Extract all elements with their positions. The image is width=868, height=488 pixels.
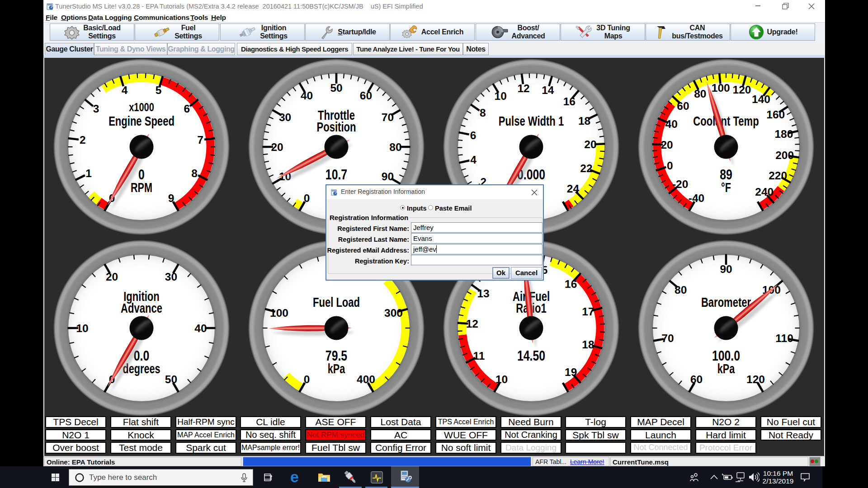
svg-text:24: 24 <box>567 183 580 195</box>
svg-text:400: 400 <box>357 373 375 385</box>
svg-text:240: 240 <box>755 186 774 198</box>
svg-text:40: 40 <box>301 89 313 102</box>
svg-text:Advance: Advance <box>121 301 162 315</box>
svg-text:Coolant Temp: Coolant Temp <box>693 114 759 128</box>
svg-text:50: 50 <box>165 373 177 385</box>
svg-text:4: 4 <box>122 84 128 96</box>
svg-text:x1000: x1000 <box>129 101 154 114</box>
svg-text:14.50: 14.50 <box>517 348 545 364</box>
svg-text:4: 4 <box>470 154 476 166</box>
svg-text:80: 80 <box>675 284 687 296</box>
svg-text:0: 0 <box>304 192 310 204</box>
svg-text:19: 19 <box>565 366 577 378</box>
svg-text:Fuel Load: Fuel Load <box>313 295 360 310</box>
svg-text:80: 80 <box>694 88 706 100</box>
svg-text:220: 220 <box>769 169 787 182</box>
svg-text:70: 70 <box>382 111 394 123</box>
svg-text:Pulse Width 1: Pulse Width 1 <box>499 114 564 128</box>
svg-text:kPa: kPa <box>717 361 735 376</box>
svg-text:7: 7 <box>197 134 203 146</box>
svg-text:16: 16 <box>565 278 577 290</box>
svg-text:Engine Speed: Engine Speed <box>108 114 175 128</box>
svg-text:18: 18 <box>582 338 594 351</box>
svg-text:-40: -40 <box>689 192 704 204</box>
svg-text:40: 40 <box>665 118 678 130</box>
svg-text:60: 60 <box>677 100 689 112</box>
svg-text:RPM: RPM <box>131 180 152 195</box>
svg-text:50: 50 <box>330 82 342 94</box>
svg-text:60: 60 <box>360 89 372 102</box>
svg-text:6: 6 <box>184 103 190 115</box>
svg-text:80: 80 <box>389 141 401 153</box>
svg-text:100: 100 <box>712 82 730 94</box>
svg-text:10.7: 10.7 <box>326 167 347 183</box>
svg-text:20: 20 <box>106 271 118 283</box>
svg-text:Position: Position <box>317 120 356 134</box>
svg-text:11: 11 <box>473 350 485 362</box>
svg-text:160: 160 <box>766 108 785 121</box>
svg-text:300: 300 <box>384 307 403 319</box>
svg-text:12: 12 <box>517 82 529 94</box>
svg-text:18: 18 <box>578 115 590 127</box>
svg-text:16: 16 <box>563 95 576 108</box>
svg-text:8: 8 <box>480 107 486 119</box>
svg-text:5: 5 <box>156 84 162 96</box>
svg-text:°F: °F <box>721 180 731 195</box>
svg-text:8: 8 <box>191 167 198 179</box>
svg-text:90: 90 <box>382 170 394 183</box>
svg-text:140: 140 <box>752 93 770 105</box>
svg-text:20: 20 <box>271 141 283 153</box>
svg-text:60: 60 <box>690 373 703 385</box>
svg-text:70: 70 <box>661 332 674 344</box>
svg-text:12: 12 <box>466 318 478 330</box>
svg-text:17: 17 <box>582 305 594 318</box>
svg-text:6: 6 <box>470 129 476 141</box>
svg-text:Barometer: Barometer <box>701 295 751 310</box>
svg-text:-20: -20 <box>672 178 688 190</box>
svg-text:3: 3 <box>93 103 99 115</box>
svg-text:9: 9 <box>168 192 175 204</box>
svg-text:1: 1 <box>85 167 92 179</box>
svg-text:10: 10 <box>495 373 508 385</box>
svg-text:120: 120 <box>746 373 765 385</box>
svg-text:kPa: kPa <box>328 361 345 376</box>
svg-text:100: 100 <box>270 307 288 319</box>
svg-text:13: 13 <box>477 287 489 300</box>
svg-text:0: 0 <box>304 373 310 385</box>
svg-text:30: 30 <box>165 271 177 283</box>
svg-text:180: 180 <box>774 128 793 140</box>
svg-text:30: 30 <box>279 111 291 123</box>
svg-text:2: 2 <box>80 134 86 146</box>
svg-text:110: 110 <box>775 332 793 344</box>
svg-text:22: 22 <box>580 162 592 174</box>
svg-text:10: 10 <box>495 90 507 102</box>
svg-text:40: 40 <box>194 322 207 334</box>
svg-text:90: 90 <box>720 263 732 275</box>
svg-text:0: 0 <box>667 160 673 172</box>
svg-text:20: 20 <box>584 138 596 150</box>
svg-text:120: 120 <box>733 84 751 96</box>
svg-text:14: 14 <box>542 84 554 96</box>
svg-text:200: 200 <box>775 149 794 161</box>
svg-text:20: 20 <box>660 139 673 151</box>
svg-text:10: 10 <box>76 322 88 334</box>
